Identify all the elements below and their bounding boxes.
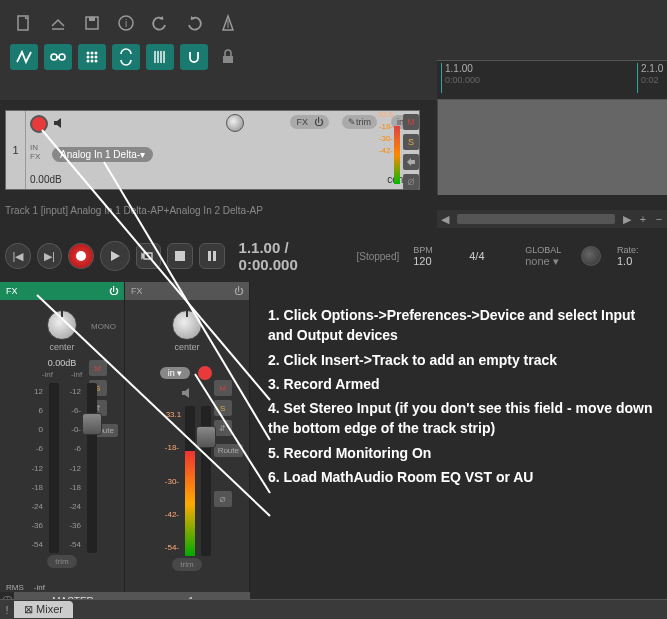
instruction-5: 5. Record Monitoring On xyxy=(268,443,663,463)
track-volume-knob[interactable] xyxy=(226,114,244,132)
tab-mixer[interactable]: ⊠ Mixer xyxy=(14,601,73,618)
scroll-right-icon[interactable]: ▶ xyxy=(619,211,635,227)
record-button[interactable] xyxy=(68,243,94,269)
ch1-pan-knob[interactable] xyxy=(172,310,202,340)
svg-point-12 xyxy=(95,52,98,55)
svg-point-11 xyxy=(91,52,94,55)
bottom-tab-bar: ! ⊠ Mixer xyxy=(0,599,667,619)
master-pan-knob[interactable] xyxy=(47,310,77,340)
fx-power-icon[interactable]: ⏻ xyxy=(234,286,243,296)
track-number[interactable]: 1 xyxy=(6,111,26,189)
svg-point-16 xyxy=(87,60,90,63)
link-icon[interactable] xyxy=(44,44,72,70)
master-fx-button[interactable]: FX ⏻ xyxy=(0,282,124,300)
undo-icon[interactable] xyxy=(146,10,174,36)
metronome-icon[interactable] xyxy=(214,10,242,36)
scroll-left-icon[interactable]: ◀ xyxy=(437,211,453,227)
zoom-out-icon[interactable]: − xyxy=(651,211,667,227)
fx-power-icon[interactable]: ⏻ xyxy=(109,286,118,296)
ch1-monitor-icon[interactable] xyxy=(180,390,194,402)
instruction-overlay: 1. Click Options->Preferences->Device an… xyxy=(268,305,663,491)
go-end-button[interactable]: ▶| xyxy=(37,243,63,269)
master-fader-handle[interactable] xyxy=(82,413,102,435)
track-meter-scale: -33.5 -18- -30- -42- xyxy=(375,110,395,158)
play-button[interactable] xyxy=(100,241,130,271)
instruction-4: 4. Set Stereo Input (if you don't see th… xyxy=(268,398,663,439)
svg-point-13 xyxy=(87,56,90,59)
ch1-fader-handle[interactable] xyxy=(196,426,216,448)
zoom-in-icon[interactable]: + xyxy=(635,211,651,227)
ripple-icon[interactable] xyxy=(112,44,140,70)
mono-button[interactable]: MONO xyxy=(91,322,116,331)
instruction-2: 2. Click Insert->Track to add an empty t… xyxy=(268,350,663,370)
master-trim-button[interactable]: trim xyxy=(47,555,76,568)
solo-button[interactable]: S xyxy=(403,134,419,150)
ruler-mark-2: 2.1.0 xyxy=(641,63,663,74)
ch1-phase-button[interactable]: Ø xyxy=(214,491,232,507)
go-start-button[interactable]: |◀ xyxy=(5,243,31,269)
snap-magnet-icon[interactable] xyxy=(180,44,208,70)
snap-lines-icon[interactable] xyxy=(146,44,174,70)
track-trim-button[interactable]: ✎ trim xyxy=(342,115,377,129)
pause-button[interactable] xyxy=(199,243,225,269)
fx-power-icon[interactable]: ⏻ xyxy=(314,117,323,127)
master-fader[interactable] xyxy=(87,383,97,553)
close-icon[interactable]: ⊠ xyxy=(24,603,33,615)
master-mute-button[interactable]: M xyxy=(89,360,107,376)
loop-button[interactable] xyxy=(136,243,162,269)
ch1-fader[interactable] xyxy=(201,406,211,556)
svg-rect-24 xyxy=(208,251,211,261)
ch1-fx-button[interactable]: FX ⏻ xyxy=(125,282,249,300)
mixer-panel: FX ⏻ center MONO 0.00dB -inf -inf M S ⇵ … xyxy=(0,282,250,592)
rate-value[interactable]: 1.0 xyxy=(617,255,657,267)
master-peak-right: -inf xyxy=(71,370,82,379)
lock-icon[interactable] xyxy=(214,44,242,70)
monitor-speaker-icon[interactable] xyxy=(52,116,66,133)
playrate-knob[interactable] xyxy=(581,246,601,266)
transport-bar: |◀ ▶| 1.1.00 / 0:00.000 [Stopped] BPM 12… xyxy=(5,238,667,274)
track-fx-button[interactable]: FX ⏻ xyxy=(290,115,329,129)
envelope-icon[interactable] xyxy=(10,44,38,70)
info-icon[interactable]: i xyxy=(112,10,140,36)
timesig-value[interactable]: 4/4 xyxy=(469,250,509,262)
horizontal-scrollbar[interactable]: ◀ ▶ + − xyxy=(437,210,667,228)
master-meter-left xyxy=(49,383,59,553)
stop-button[interactable] xyxy=(167,243,193,269)
sync-value[interactable]: none ▾ xyxy=(525,255,565,268)
track-strip: 1 FX ⏻ ✎ trim in ▾ IN FX Analog In 1 Del… xyxy=(5,110,420,190)
ch1-solo-button[interactable]: S xyxy=(214,400,232,416)
new-icon[interactable] xyxy=(10,10,38,36)
tab-collapse-icon[interactable]: ! xyxy=(0,604,14,616)
ch1-input-mode[interactable]: in ▾ xyxy=(160,367,191,379)
status-line: Track 1 [input] Analog In 1 Delta-AP+Ana… xyxy=(5,205,263,216)
svg-point-10 xyxy=(87,52,90,55)
arrange-area[interactable] xyxy=(437,100,667,195)
svg-rect-25 xyxy=(213,251,216,261)
bpm-value[interactable]: 120 xyxy=(413,255,453,267)
record-arm-button[interactable] xyxy=(30,115,48,133)
phase-button[interactable]: Ø xyxy=(403,174,419,190)
rms-value: -inf xyxy=(34,583,45,592)
stereo-input-selector[interactable]: Analog In 1 Delta- ▾ xyxy=(52,147,153,162)
ruler-mark-1-sub: 0:00.000 xyxy=(445,75,480,85)
ch1-record-arm-button[interactable] xyxy=(196,364,214,382)
ch1-mute-button[interactable]: M xyxy=(214,380,232,396)
time-display[interactable]: 1.1.00 / 0:00.000 xyxy=(239,239,351,273)
timeline-ruler[interactable]: 1.1.00 0:00.000 2.1.0 0:02 xyxy=(437,60,667,100)
mixer-strip-1: FX ⏻ center in ▾ M S ⇵ Route Ø -33.1 -18 xyxy=(125,282,250,592)
ch1-route-button[interactable]: ⇵ xyxy=(214,420,232,436)
route-small-button[interactable] xyxy=(403,154,419,170)
grid-icon[interactable] xyxy=(78,44,106,70)
ch1-route-label[interactable]: Route xyxy=(214,444,243,457)
redo-icon[interactable] xyxy=(180,10,208,36)
scrollbar-thumb[interactable] xyxy=(457,214,615,224)
ch1-trim-button[interactable]: trim xyxy=(172,558,201,571)
mixer-strip-master: FX ⏻ center MONO 0.00dB -inf -inf M S ⇵ … xyxy=(0,282,125,592)
svg-point-18 xyxy=(95,60,98,63)
open-icon[interactable] xyxy=(44,10,72,36)
save-icon[interactable] xyxy=(78,10,106,36)
rate-label: Rate: xyxy=(617,245,657,255)
mute-button[interactable]: M xyxy=(403,114,419,130)
in-fx-label[interactable]: IN FX xyxy=(30,143,40,161)
svg-point-14 xyxy=(91,56,94,59)
